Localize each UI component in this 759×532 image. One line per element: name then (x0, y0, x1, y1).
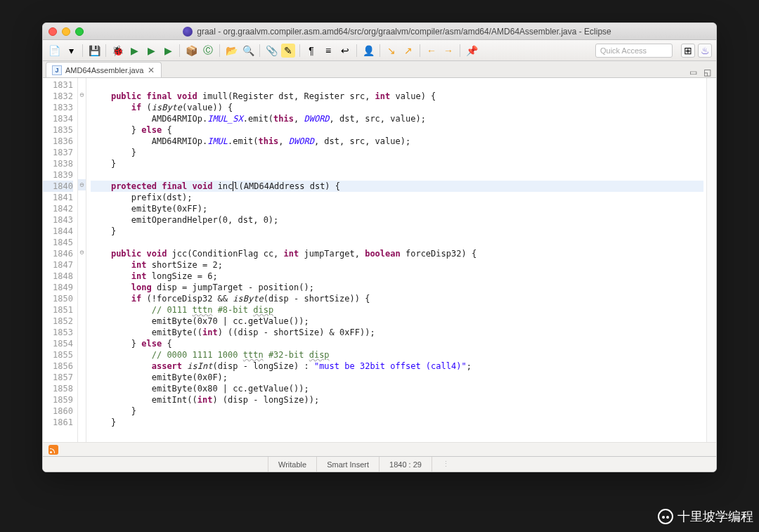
titlebar: graal - org.graalvm.compiler.asm.amd64/s… (43, 23, 716, 40)
new-class-button[interactable]: Ⓒ (201, 44, 215, 58)
save-button[interactable]: 💾 (87, 44, 101, 58)
new-dropdown[interactable]: ▾ (64, 44, 78, 58)
run-last-button[interactable]: ▶ (144, 44, 158, 58)
status-cursor-position: 1840 : 29 (379, 457, 432, 472)
open-perspective-button[interactable]: ⊞ (681, 44, 695, 58)
status-writable: Writable (268, 457, 316, 472)
external-tools-button[interactable]: ▶ (161, 44, 175, 58)
forward-button[interactable]: → (441, 44, 455, 58)
rss-feed-icon[interactable] (48, 445, 58, 455)
toggle-block-button[interactable]: ✎ (281, 44, 295, 58)
java-perspective-button[interactable]: ♨ (698, 44, 712, 58)
search-button[interactable]: 🔍 (241, 44, 255, 58)
window-title: graal - org.graalvm.compiler.asm.amd64/s… (197, 27, 611, 37)
eclipse-icon (183, 27, 193, 37)
debug-button[interactable]: 🐞 (110, 44, 124, 58)
status-insert-mode: Smart Insert (316, 457, 379, 472)
show-whitespace-button[interactable]: ¶ (304, 44, 318, 58)
quick-access-placeholder: Quick Access (600, 46, 647, 55)
open-type-button[interactable]: 📂 (224, 44, 238, 58)
editor-tab-active[interactable]: J AMD64Assembler.java ✕ (46, 62, 162, 77)
watermark-text: 十里坡学编程 (677, 508, 753, 525)
run-button[interactable]: ▶ (127, 44, 141, 58)
minimize-window-button[interactable] (62, 27, 70, 36)
back-button[interactable]: ← (424, 44, 439, 58)
window-controls (48, 27, 84, 36)
next-annotation-button[interactable]: ↘ (384, 44, 398, 58)
java-file-icon: J (52, 65, 62, 75)
pin-editor-button[interactable]: 📌 (465, 44, 479, 58)
maximize-view-button[interactable]: ◱ (702, 67, 712, 77)
zoom-window-button[interactable] (75, 27, 84, 36)
quick-access-input[interactable]: Quick Access (595, 44, 673, 58)
main-toolbar: 📄 ▾ 💾 🐞 ▶ ▶ ▶ 📦 Ⓒ 📂 🔍 📎 ✎ ¶ ≡ ↩ 👤 ↘ ↗ ← … (43, 40, 716, 61)
line-number-gutter: 1831183218331834183518361837183818391840… (43, 78, 78, 442)
fold-column[interactable]: ⊖⊖⊖ (78, 78, 86, 442)
close-tab-button[interactable]: ✕ (147, 66, 155, 74)
editor-tab-label: AMD64Assembler.java (65, 66, 143, 74)
code-editor[interactable]: 1831183218331834183518361837183818391840… (43, 78, 716, 442)
new-button[interactable]: 📄 (47, 44, 61, 58)
editor-area: J AMD64Assembler.java ✕ ▭ ◱ 183118321833… (43, 61, 716, 472)
editor-tabs: J AMD64Assembler.java ✕ ▭ ◱ (43, 61, 716, 78)
watermark: 十里坡学编程 (658, 508, 753, 525)
minimize-view-button[interactable]: ▭ (688, 67, 698, 77)
wechat-icon (658, 509, 673, 524)
status-bar: Writable Smart Insert 1840 : 29 ⋮ (43, 456, 716, 472)
eclipse-window: graal - org.graalvm.compiler.asm.amd64/s… (42, 22, 717, 472)
toggle-mark-button[interactable]: 📎 (264, 44, 278, 58)
overview-ruler[interactable] (706, 78, 716, 442)
toggle-breadcrumb-button[interactable]: ≡ (321, 44, 335, 58)
toggle-word-wrap-button[interactable]: ↩ (338, 44, 352, 58)
code-content[interactable]: public final void imull(Register dst, Re… (86, 78, 706, 442)
new-package-button[interactable]: 📦 (184, 44, 198, 58)
profile-button[interactable]: 👤 (361, 44, 375, 58)
prev-annotation-button[interactable]: ↗ (401, 44, 415, 58)
close-window-button[interactable] (48, 27, 57, 36)
